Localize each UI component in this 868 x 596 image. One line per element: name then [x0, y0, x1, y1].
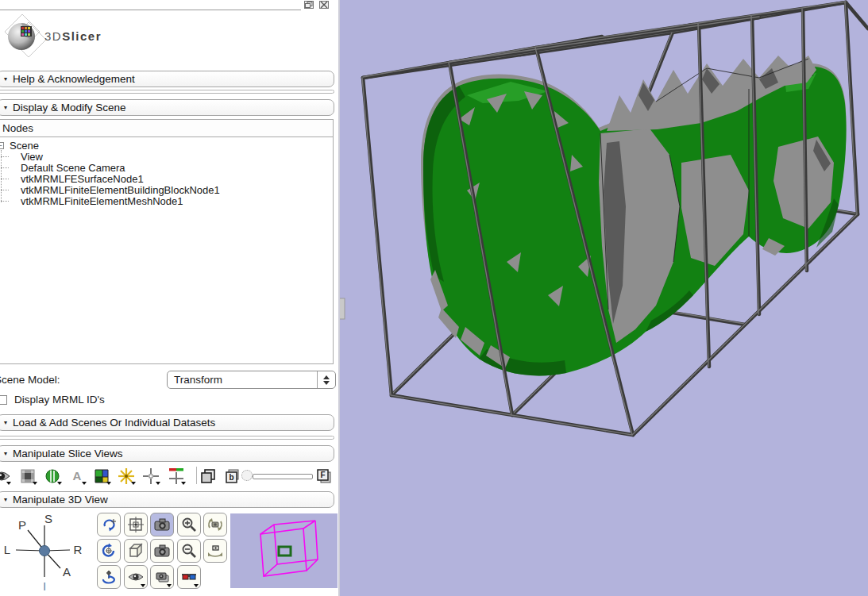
section-3d-view[interactable]: ▾ Manipulate 3D View — [0, 491, 334, 508]
section-slice-label: Manipulate Slice Views — [13, 448, 123, 459]
scene-model-dropdown[interactable]: Transform — [167, 371, 336, 389]
dropdown-caret-icon[interactable] — [57, 482, 62, 485]
tree-node-item[interactable]: Default Scene Camera — [21, 162, 125, 174]
dropdown-caret-icon[interactable] — [141, 584, 145, 587]
display-mrml-ids-label: Display MRML ID's — [14, 394, 105, 406]
collapsed-frame — [0, 90, 334, 94]
dropdown-caret-icon[interactable] — [181, 482, 186, 485]
copy-layers-icon[interactable] — [199, 467, 218, 486]
collapse-arrow-icon: ▾ — [4, 420, 7, 426]
tree-node-item[interactable]: vtkMRMLFESurfaceNode1 — [21, 173, 144, 185]
slicer-logo-icon — [5, 13, 46, 59]
toolbar-separator — [196, 467, 197, 484]
collapse-arrow-icon: ▾ — [4, 76, 7, 83]
dropdown-spinner-icon[interactable] — [317, 371, 335, 388]
dropdown-caret-icon[interactable] — [156, 482, 160, 485]
svg-text:b: b — [229, 473, 233, 482]
section-slice-views[interactable]: ▾ Manipulate Slice Views — [0, 445, 334, 462]
axis-label-p: P — [18, 518, 26, 532]
slicer-logo: 3DSlicer — [5, 13, 164, 60]
svg-text:F: F — [320, 471, 325, 479]
orientation-axes-widget: S P L R A I — [0, 512, 91, 596]
tree-guide-stub — [1, 201, 9, 202]
axis-label-s: S — [44, 512, 52, 525]
dropdown-caret-icon[interactable] — [6, 482, 11, 485]
fe-mesh-model — [423, 56, 847, 375]
axis-label-r: R — [74, 543, 83, 556]
section-display-modify[interactable]: ▾ Display & Modify Scene — [0, 99, 334, 116]
section-load-add[interactable]: ▾ Load & Add Scenes Or Individual Datase… — [0, 414, 334, 431]
section-display-label: Display & Modify Scene — [13, 102, 126, 113]
collapse-arrow-icon: ▾ — [4, 451, 7, 457]
dropdown-caret-icon[interactable] — [106, 482, 111, 485]
close-window-icon[interactable] — [319, 1, 329, 9]
slicer-window: 3DSlicer ▾ Help & Acknowledgement ▾ Disp… — [0, 0, 868, 596]
section-help-label: Help & Acknowledgement — [13, 73, 135, 85]
roll-view-button[interactable] — [203, 513, 227, 536]
mrml-tree-panel: Nodes −SceneViewDefault Scene CameravtkM… — [0, 119, 334, 364]
axis-rotate-button[interactable] — [97, 565, 121, 589]
zoom-out-button[interactable] — [177, 539, 201, 563]
tree-guide-stub — [1, 156, 9, 157]
navigation-preview[interactable] — [230, 513, 338, 588]
camera-button[interactable] — [150, 539, 174, 563]
tree-column-header: Nodes — [0, 120, 333, 137]
tree-node-item[interactable]: vtkMRMLFiniteElementBuildingBlockNode1 — [21, 184, 220, 196]
app-title: 3DSlicer — [44, 29, 102, 43]
dropdown-caret-icon[interactable] — [33, 482, 37, 485]
center-view-button[interactable] — [124, 513, 148, 536]
tree-node-item[interactable]: View — [21, 151, 43, 163]
restore-window-icon[interactable] — [304, 1, 314, 9]
tree-node-item[interactable]: vtkMRMLFiniteElementMeshNode1 — [21, 195, 183, 207]
dropdown-caret-icon[interactable] — [194, 584, 199, 587]
nav-cube-wireframe — [230, 513, 338, 588]
rotate-view-button[interactable] — [97, 513, 121, 536]
screenshot-button[interactable] — [150, 513, 174, 536]
module-panel: 3DSlicer ▾ Help & Acknowledgement ▾ Disp… — [0, 0, 340, 596]
tree-guide-stub — [1, 190, 9, 190]
zoom-in-button[interactable] — [177, 513, 201, 536]
look-from-box-button[interactable] — [124, 539, 148, 563]
collapsed-frame — [0, 436, 334, 440]
axis-label-i: I — [43, 579, 46, 593]
section-load-label: Load & Add Scenes Or Individual Datasets — [13, 417, 215, 429]
dropdown-caret-icon[interactable] — [82, 482, 87, 485]
foreground-layer-icon[interactable]: F — [314, 467, 334, 486]
dropdown-caret-icon[interactable] — [131, 482, 136, 485]
tree-node-scene[interactable]: Scene — [10, 140, 39, 152]
tree-guide-stub — [1, 167, 9, 168]
dropdown-caret-icon[interactable] — [167, 584, 172, 587]
scene-model-label: Scene Model: — [0, 374, 60, 386]
spin-view-button[interactable] — [97, 539, 121, 563]
tree-guide-stub — [1, 179, 9, 179]
panel-divider-nub — [340, 298, 345, 319]
fit-view-button[interactable] — [203, 539, 227, 563]
3d-scene — [340, 0, 868, 596]
top-divider — [0, 10, 301, 10]
axis-label-l: L — [4, 543, 10, 556]
axis-label-a: A — [63, 565, 71, 579]
fade-slider-track[interactable] — [253, 474, 313, 479]
collapse-arrow-icon: ▾ — [4, 105, 7, 111]
scene-model-value: Transform — [168, 374, 317, 386]
tree-expander-icon[interactable]: − — [0, 142, 4, 149]
tree-guide-line — [1, 150, 2, 202]
section-3d-view-label: Manipulate 3D View — [13, 494, 108, 506]
section-help[interactable]: ▾ Help & Acknowledgement — [0, 71, 334, 87]
collapse-arrow-icon: ▾ — [4, 497, 7, 503]
background-layer-icon[interactable]: b — [222, 467, 241, 486]
3d-viewport[interactable] — [340, 0, 868, 596]
fade-slider-handle[interactable] — [241, 470, 253, 481]
display-mrml-ids-checkbox[interactable] — [0, 395, 7, 405]
svg-text:A: A — [73, 469, 82, 483]
